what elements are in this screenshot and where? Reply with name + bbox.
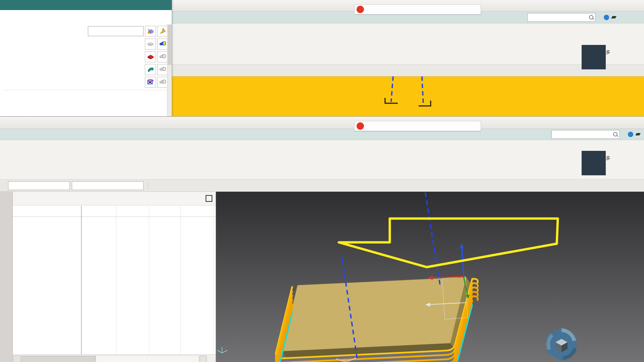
operation-navigator-panel <box>13 192 216 362</box>
search-icon <box>613 132 618 136</box>
select-cut-area-button[interactable] <box>145 64 156 75</box>
selection-filter-select[interactable] <box>8 181 70 190</box>
specify-check-row <box>5 50 168 63</box>
titlebar-bottom <box>0 117 644 129</box>
viewport-scene <box>216 192 644 362</box>
selection-toolbar-bottom <box>0 180 644 192</box>
tutorial-button[interactable] <box>636 133 640 135</box>
view-triad-icon <box>217 347 227 353</box>
command-search[interactable] <box>551 130 620 139</box>
zlevel-profile-dialog: ✦ <box>0 0 172 116</box>
scroll-left-icon[interactable] <box>13 356 20 362</box>
panel-maximize-icon[interactable] <box>206 195 212 202</box>
help-icon[interactable] <box>628 132 633 137</box>
nx-window-bottom: 多 <box>0 116 644 362</box>
geometry-select[interactable] <box>88 26 144 36</box>
navigator-column-header <box>13 205 216 217</box>
clipped-more-label: 多 <box>606 49 610 55</box>
search-input[interactable] <box>554 131 611 137</box>
select-check-button[interactable] <box>145 51 156 62</box>
progress-indicator <box>582 151 606 175</box>
new-geometry-button[interactable]: ✦ <box>145 26 156 37</box>
select-part-button[interactable] <box>145 39 156 50</box>
graphics-viewport[interactable] <box>216 192 644 362</box>
scroll-right-icon[interactable] <box>200 356 207 362</box>
workpiece-part[interactable] <box>282 277 471 358</box>
svg-text:✦: ✦ <box>147 27 150 31</box>
watermark <box>547 327 576 361</box>
navigator-rows <box>13 217 216 354</box>
command-search[interactable] <box>527 13 596 22</box>
sogou-input-bar <box>354 4 481 14</box>
sogou-logo-icon[interactable] <box>357 6 364 13</box>
ribbon-tabs-bottom <box>0 129 644 140</box>
search-icon <box>589 15 593 19</box>
dialog-scrollbar[interactable] <box>167 24 172 116</box>
selection-scope-select[interactable] <box>72 181 144 190</box>
ribbon-bottom <box>0 140 644 180</box>
navigator-hscrollbar[interactable] <box>13 354 216 362</box>
select-trim-boundary-button[interactable] <box>145 77 156 88</box>
watermark-logo-icon <box>547 327 576 361</box>
help-icon[interactable] <box>604 15 609 20</box>
sogou-input-bar <box>354 121 481 131</box>
resource-bar <box>0 192 13 362</box>
section-geometry[interactable] <box>5 11 168 25</box>
tutorial-button[interactable] <box>612 16 616 18</box>
specify-cut-area-row <box>5 63 168 76</box>
annotation-arrow <box>339 219 558 267</box>
specify-part-row <box>5 38 168 50</box>
scrollbar-thumb[interactable] <box>21 356 96 362</box>
clipped-more-label: 多 <box>606 155 610 161</box>
specify-trim-boundary-row <box>5 76 168 88</box>
search-input[interactable] <box>530 14 587 20</box>
screen: 多 <box>0 0 644 362</box>
sogou-logo-icon[interactable] <box>357 122 364 130</box>
geometry-row: ✦ <box>5 25 168 38</box>
dialog-titlebar[interactable] <box>0 0 172 10</box>
section-tool[interactable] <box>5 92 168 105</box>
progress-indicator <box>582 45 606 69</box>
